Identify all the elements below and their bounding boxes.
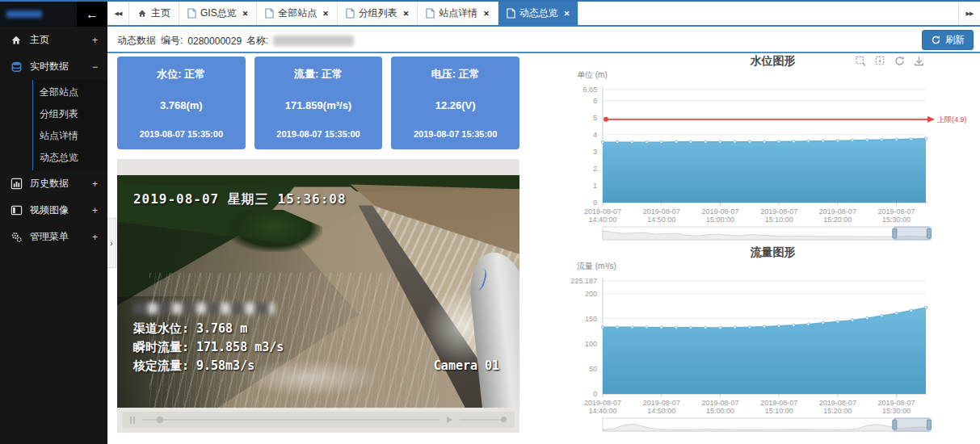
- svg-text:上限(4.9): 上限(4.9): [937, 115, 967, 124]
- refresh-label: 刷新: [945, 33, 965, 47]
- expand-plus-icon: +: [92, 232, 98, 243]
- svg-text:2019-08-07: 2019-08-07: [643, 207, 680, 216]
- database-icon: [10, 61, 23, 73]
- svg-text:50: 50: [589, 365, 597, 373]
- expand-plus-icon: +: [92, 178, 98, 190]
- y-axis-label: 单位 (m): [577, 69, 980, 80]
- sidebar-item-video-image[interactable]: 视频图像 +: [0, 197, 107, 224]
- document-icon: [346, 8, 355, 19]
- svg-text:3: 3: [593, 148, 597, 156]
- toolbox-refresh-icon[interactable]: [894, 55, 906, 67]
- svg-text:2019-08-07: 2019-08-07: [819, 207, 856, 216]
- tab-dynamic-overview[interactable]: 动态总览 ✕: [498, 2, 579, 25]
- document-icon: [426, 8, 435, 19]
- charts-column: 水位图形 单位 (m) 6.6565432102019-08-0714:40:0…: [566, 53, 980, 433]
- sidebar-item-realtime-data[interactable]: 实时数据 −: [0, 53, 107, 80]
- video-icon: [10, 204, 23, 217]
- svg-text:2019-08-07: 2019-08-07: [701, 399, 738, 407]
- toolbox-download-icon[interactable]: [913, 55, 925, 67]
- code-label: 编号:: [161, 34, 183, 48]
- svg-text:6: 6: [593, 97, 597, 105]
- sidebar-collapse-button[interactable]: ←: [77, 2, 107, 27]
- svg-text:15:30:00: 15:30:00: [882, 216, 911, 224]
- sidebar-subitem-group-list[interactable]: 分组列表: [33, 103, 107, 125]
- svg-text:225.187: 225.187: [570, 277, 597, 285]
- card-timestamp: 2019-08-07 15:35:00: [122, 129, 241, 139]
- water-level-card: 水位: 正常 3.768(m) 2019-08-07 15:35:00: [117, 57, 246, 149]
- sidebar-menu: 主页 + 实时数据 − 全部站点 分组列表 站点详情 动态总览: [0, 27, 107, 250]
- svg-text:15:00:00: 15:00:00: [706, 216, 734, 224]
- tab-close-icon[interactable]: ✕: [242, 10, 249, 18]
- sidebar-item-label: 视频图像: [30, 203, 69, 217]
- expand-plus-icon: +: [92, 205, 98, 216]
- flow-plot[interactable]: 225.1872001501005002019-08-0714:40:00201…: [566, 271, 974, 433]
- sidebar-item-label: 实时数据: [30, 60, 69, 73]
- station-info-bar: 动态数据 编号: 0280000029 名称:: [117, 34, 354, 48]
- tab-close-icon[interactable]: ✕: [403, 10, 410, 18]
- camera-overlay-readings: 渠道水位: 3.768 m 瞬时流量: 171.858 m3/s 核定流量: 9…: [133, 303, 284, 375]
- pause-icon: [130, 417, 135, 424]
- collapse-minus-icon: −: [92, 61, 98, 73]
- tab-close-icon[interactable]: ✕: [483, 10, 490, 18]
- sidebar-subitem-station-detail[interactable]: 站点详情: [33, 125, 107, 147]
- flow-chart: 流量图形 流量 (m³/s) 225.1872001501005002019-0…: [566, 245, 980, 433]
- document-icon: [507, 8, 515, 19]
- camera-feed: 2019-08-07 星期三 15:36:08 渠道水位: 3.768 m 瞬时…: [117, 175, 519, 408]
- svg-text:4: 4: [593, 131, 597, 139]
- tabs-scroll-right-button[interactable]: ▶▶: [958, 2, 980, 25]
- card-title: 电压: 正常: [396, 67, 515, 82]
- toolbox-restore-icon[interactable]: [874, 55, 886, 67]
- tab-close-icon[interactable]: ✕: [322, 10, 329, 18]
- svg-text:15:00:00: 15:00:00: [706, 407, 734, 415]
- video-controls[interactable]: [122, 412, 515, 428]
- station-name-redacted: [273, 36, 354, 46]
- section-title: 动态数据: [117, 34, 156, 48]
- sidebar-item-label: 历史数据: [30, 177, 69, 191]
- svg-text:15:20:00: 15:20:00: [823, 407, 852, 415]
- station-code: 0280000029: [187, 36, 242, 47]
- svg-text:15:10:00: 15:10:00: [765, 407, 793, 415]
- svg-text:2019-08-07: 2019-08-07: [760, 399, 797, 407]
- panel-expand-handle[interactable]: ›: [107, 218, 116, 268]
- water-level-plot[interactable]: 6.6565432102019-08-0714:40:002019-08-071…: [566, 80, 974, 241]
- tab-label: GIS总览: [200, 6, 237, 20]
- water-level-chart: 水位图形 单位 (m) 6.6565432102019-08-0714:40:0…: [566, 53, 980, 241]
- sidebar-subitem-dynamic-overview[interactable]: 动态总览: [33, 147, 107, 169]
- camera-video-player[interactable]: 2019-08-07 星期三 15:36:08 渠道水位: 3.768 m 瞬时…: [117, 159, 519, 433]
- sidebar-item-admin-menu[interactable]: 管理菜单 +: [0, 224, 107, 250]
- tab-gis-overview[interactable]: GIS总览 ✕: [179, 2, 257, 25]
- tab-close-icon[interactable]: ✕: [564, 10, 570, 18]
- toolbox-zoom-icon[interactable]: [855, 55, 867, 67]
- card-timestamp: 2019-08-07 15:35:00: [396, 129, 515, 139]
- card-title: 流量: 正常: [259, 67, 378, 82]
- svg-text:150: 150: [585, 315, 597, 323]
- gears-icon: [10, 231, 23, 244]
- svg-text:0: 0: [593, 390, 597, 398]
- svg-text:2019-08-07: 2019-08-07: [878, 399, 915, 407]
- sidebar-item-history-data[interactable]: 历史数据 +: [0, 170, 107, 197]
- tab-bar: ◀◀ 主页 GIS总览 ✕ 全部站点 ✕ 分组列表 ✕ 站点详情 ✕ 动态总览: [107, 2, 980, 27]
- sidebar-item-home[interactable]: 主页 +: [0, 27, 107, 53]
- tab-station-detail[interactable]: 站点详情 ✕: [418, 2, 498, 25]
- tab-home[interactable]: 主页: [129, 2, 179, 25]
- overlay-line: 核定流量: 9.58m3/s: [133, 357, 284, 375]
- app-window: ← 主页 + 实时数据 −: [0, 0, 980, 444]
- volume-slider: [460, 419, 507, 421]
- svg-text:6.65: 6.65: [583, 86, 597, 94]
- svg-text:2019-08-07: 2019-08-07: [760, 207, 797, 216]
- tab-all-stations[interactable]: 全部站点 ✕: [257, 2, 338, 25]
- tabs-scroll-left-button[interactable]: ◀◀: [107, 2, 129, 25]
- sidebar-subitem-all-stations[interactable]: 全部站点: [33, 82, 107, 103]
- refresh-button[interactable]: 刷新: [922, 30, 974, 50]
- card-timestamp: 2019-08-07 15:35:00: [259, 129, 378, 139]
- video-progress-bar: [142, 419, 440, 421]
- tab-label: 站点详情: [439, 6, 477, 20]
- tab-group-list[interactable]: 分组列表 ✕: [338, 2, 418, 25]
- card-value: 3.768(m): [122, 99, 241, 111]
- svg-text:200: 200: [585, 290, 597, 298]
- tab-label: 主页: [151, 6, 170, 20]
- svg-text:2: 2: [593, 165, 597, 173]
- card-title: 水位: 正常: [122, 67, 241, 82]
- tab-label: 全部站点: [278, 6, 317, 20]
- camera-id-label: Camera 01: [434, 358, 499, 373]
